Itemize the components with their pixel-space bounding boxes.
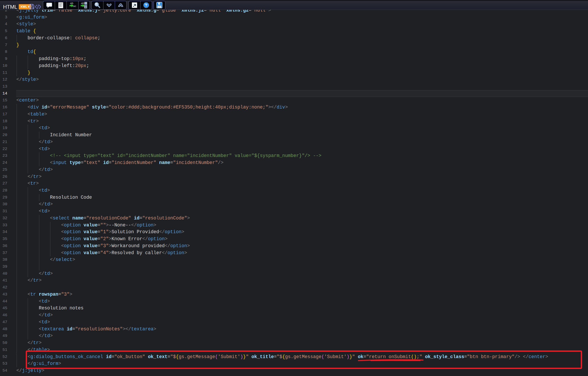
svg-text:ac: ac (84, 5, 87, 9)
svg-text:?: ? (145, 3, 147, 7)
svg-text:ac: ac (73, 4, 76, 8)
